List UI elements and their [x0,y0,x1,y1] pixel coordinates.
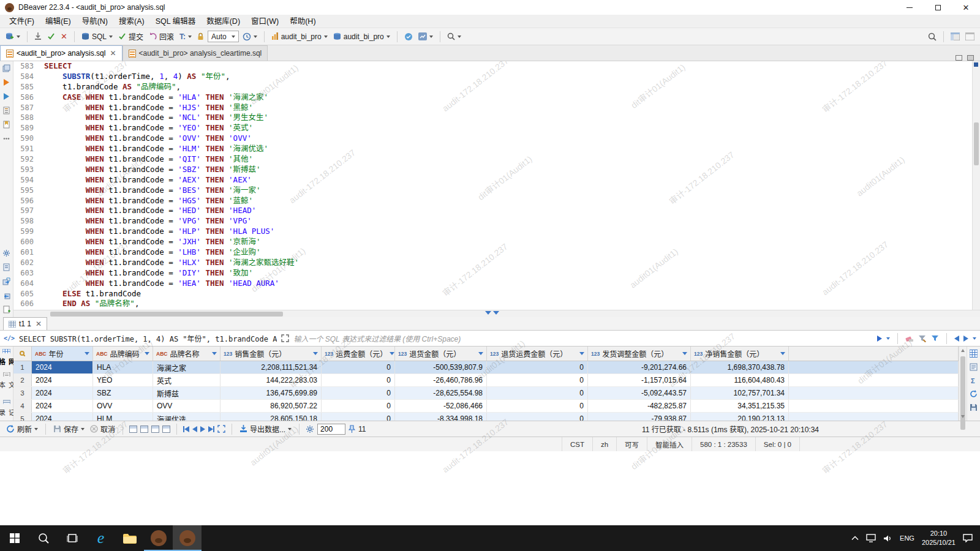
grid-cell[interactable]: YEO [93,374,153,386]
focus-row-icon[interactable] [217,425,225,433]
more-views-icon[interactable] [2,135,10,143]
statusbar-item-5[interactable]: Sel: 0 | 0 [755,437,799,451]
grid-cell[interactable]: 2024 [32,374,93,386]
dbeaver-taskbar-icon-active[interactable] [173,525,202,551]
grid-cell[interactable]: 海澜优选 [153,413,221,421]
transaction-mode-button[interactable]: T: [178,31,194,42]
grid-cell[interactable]: 0 [322,374,395,386]
grid-vertical-scrollbar[interactable] [959,347,967,421]
grid-cell[interactable]: 102,757,701.34 [691,387,789,399]
grid-cell[interactable]: 0 [487,361,588,373]
grid-cell[interactable]: 2024 [32,387,93,399]
grid-cell[interactable]: 2024 [32,413,93,421]
save-panel-icon[interactable] [970,403,978,411]
grid-cell[interactable]: 116,604,480.43 [691,374,789,386]
statusbar-item-1[interactable]: zh [592,437,616,451]
grid-cell[interactable]: 28,605,150.18 [221,413,322,421]
table-row[interactable]: 32024SBZ斯搏兹136,475,699.890-28,625,554.98… [13,387,959,400]
clear-filter-icon[interactable] [905,335,914,342]
sash-restore-icons[interactable] [485,311,499,315]
grid-cell[interactable]: 2024 [32,361,93,373]
new-file-icon[interactable] [2,305,10,313]
column-header-9[interactable]: 123净销售金额（元） [691,347,789,361]
quick-search-button[interactable] [926,31,938,42]
export-data-button[interactable]: 导出数据... [238,423,293,435]
row-number[interactable]: 4 [13,400,32,412]
table-row[interactable]: 22024YEO英式144,222,283.030-26,460,786.960… [13,374,959,387]
column-header-6[interactable]: 123退货金额（元） [395,347,487,361]
apply-filter-button[interactable] [877,335,882,342]
text-view-icon[interactable] [3,372,10,377]
restore-view-icon[interactable] [2,64,10,72]
scroll-down-icon[interactable] [961,415,965,418]
sort-caret-icon[interactable] [390,352,394,355]
notification-center-icon[interactable] [963,534,973,542]
editor-layout-button[interactable] [963,31,976,42]
scroll-up-icon[interactable] [961,349,965,352]
grid-cell[interactable]: -28,625,554.98 [395,387,487,399]
chevron-down-icon[interactable] [886,337,890,340]
grid-cell[interactable]: -52,086,466 [395,400,487,412]
grid-cell[interactable]: 136,475,699.89 [221,387,322,399]
close-button[interactable]: ✕ [952,0,980,15]
history-back-button[interactable] [954,335,959,342]
delete-row-icon[interactable] [151,425,159,433]
prev-page-button[interactable] [192,426,197,432]
execute-button[interactable] [45,31,57,42]
explain-plan-button[interactable] [417,31,435,42]
grid-cell[interactable]: -79,938.87 [588,413,691,421]
menu-item-3[interactable]: 搜索(A) [113,15,150,28]
tray-display-icon[interactable] [866,534,876,542]
refresh-panel-icon[interactable] [970,390,978,398]
scrollbar-thumb[interactable] [960,356,965,430]
grid-cell[interactable]: 英式 [153,374,221,386]
maximize-button[interactable] [924,0,952,15]
history-forward-button[interactable] [963,335,968,342]
sort-caret-icon[interactable] [145,352,149,355]
column-header-3[interactable]: ABC品牌名称 [153,347,221,361]
grid-cell[interactable]: 86,920,507.22 [221,400,322,412]
grid-cell[interactable]: 0 [487,400,588,412]
menu-item-6[interactable]: 窗口(W) [246,15,284,28]
grid-cell[interactable]: 0 [322,387,395,399]
grid-cell[interactable]: -482,825.87 [588,400,691,412]
import-icon[interactable] [2,291,10,299]
tab-analysis-sql[interactable]: <audit_bi_pro> analysis.sql ✕ [0,45,123,61]
stop-button[interactable]: ✕ [59,31,69,42]
connection-select[interactable]: audit_bi_pro [270,31,330,42]
editor-vertical-scrollbar[interactable] [972,61,980,310]
sort-caret-icon[interactable] [85,352,89,355]
column-header-4[interactable]: 123销售金额（元） [221,347,322,361]
menu-item-0[interactable]: 文件(F) [4,15,40,28]
table-row[interactable]: 12024HLA海澜之家2,208,111,521.340-500,539,80… [13,361,959,374]
editor-horizontal-scrollbar[interactable] [13,310,980,317]
sort-caret-icon[interactable] [780,352,785,355]
run-query-icon[interactable] [2,92,10,100]
sql-editor[interactable]: 583SELECT584 SUBSTR(t1.orderTime, 1, 4) … [13,61,980,310]
run-script-icon[interactable] [2,78,10,86]
minimize-view-icon[interactable] [956,55,962,61]
filter-menu-icon[interactable] [931,335,939,342]
sort-caret-icon[interactable] [478,352,483,355]
grid-cell[interactable]: 0 [322,361,395,373]
table-row[interactable]: 52024HLM海澜优选28,605,150.180-8,334,998.180… [13,413,959,421]
grid-cell[interactable]: 海澜之家 [153,361,221,373]
file-explorer-icon[interactable] [115,525,144,551]
refresh-button[interactable]: 刷新 [5,423,39,435]
sql-editor-menu-button[interactable]: SQL [80,31,115,42]
fetch-size-input[interactable] [317,424,345,435]
grid-cell[interactable]: OVV [93,400,153,412]
task-view-button[interactable] [58,525,86,551]
column-header-1[interactable]: ABC年份 [32,347,93,361]
metadata-panel-icon[interactable] [970,363,978,371]
grid-cell[interactable]: 0 [487,413,588,421]
export-icon[interactable] [2,277,10,285]
close-tab-icon[interactable]: ✕ [36,320,42,328]
statusbar-item-3[interactable]: 智能插入 [647,437,692,451]
settings-gear-icon[interactable] [306,425,314,433]
menu-item-4[interactable]: SQL 编辑器 [150,15,202,28]
settings-gear-icon[interactable] [2,249,10,257]
rollback-button[interactable]: 回滚 [147,30,176,43]
next-page-button[interactable] [200,426,205,432]
scrollbar-thumb[interactable] [50,312,283,317]
